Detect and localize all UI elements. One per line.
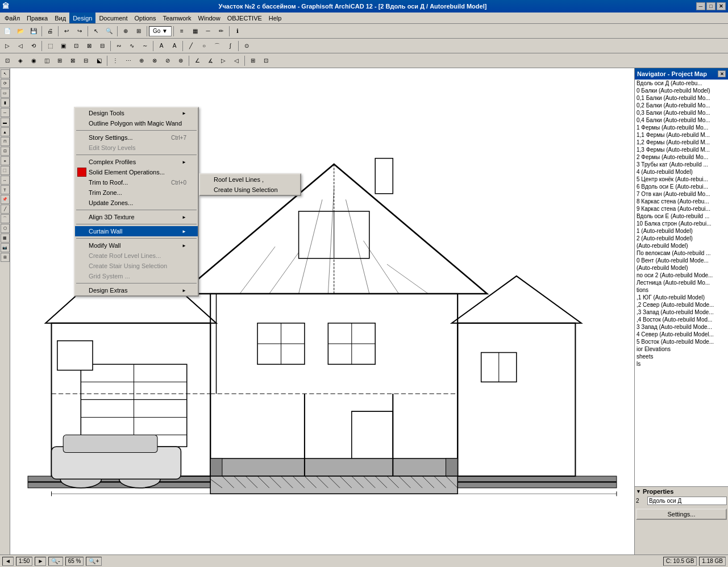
menu-design-extras[interactable]: Design Extras ► [75, 285, 198, 295]
tb3-5[interactable]: ⊞ [53, 55, 66, 67]
tb2-9[interactable]: ∾ [113, 40, 125, 52]
ltb-slab[interactable]: ▬ [1, 118, 10, 127]
ltb-door[interactable]: ⊓ [1, 137, 10, 146]
new-btn[interactable]: 📄 [1, 25, 14, 37]
navigator-list[interactable]: Вдоль оси Д (Auto-rebu...0 Балки (Auto-r… [635, 80, 728, 486]
ltb-window[interactable]: ⊡ [1, 147, 10, 156]
line-btn[interactable]: ─ [202, 25, 214, 37]
minimize-button[interactable]: ─ [696, 2, 705, 10]
tb2-17[interactable]: ∫ [224, 40, 236, 52]
tb3-19[interactable]: ⊞ [247, 55, 259, 67]
pen-btn[interactable]: ✏ [215, 25, 227, 37]
ltb-beam[interactable]: ─ [1, 108, 10, 117]
tb2-11[interactable]: ∼ [139, 40, 151, 52]
tb2-1[interactable]: ▷ [1, 40, 14, 52]
snap-btn[interactable]: ⊕ [119, 25, 132, 37]
tb3-3[interactable]: ◉ [27, 55, 40, 67]
tb2-5[interactable]: ▣ [57, 40, 69, 52]
tb3-1[interactable]: ⊡ [1, 55, 14, 67]
menu-complex-profiles[interactable]: Complex Profiles ► [75, 157, 198, 167]
ltb-wall[interactable]: ▭ [1, 89, 10, 98]
tb3-18[interactable]: ◁ [230, 55, 243, 67]
ltb-camera[interactable]: 📷 [1, 243, 10, 252]
nav-item[interactable]: 7 Отв кан (Auto-rebuild Mo... [635, 190, 728, 198]
menu-align-3d[interactable]: Align 3D Texture ► [75, 212, 198, 222]
tb2-14[interactable]: ╱ [185, 40, 197, 52]
menu-design[interactable]: Design [69, 12, 95, 23]
nav-item[interactable]: 9 Каркас стена (Auto-rebui... [635, 205, 728, 212]
open-btn[interactable]: 📂 [14, 25, 27, 37]
ltb-label[interactable]: 📌 [1, 195, 10, 204]
tb3-17[interactable]: ▷ [217, 55, 230, 67]
nav-item[interactable]: 4 Север (Auto-rebuild Model... [635, 331, 728, 338]
nav-item[interactable]: 1,1 Фермы (Auto-rebuild M... [635, 131, 728, 139]
ltb-fill[interactable]: ▦ [1, 234, 10, 243]
tb3-7[interactable]: ⊟ [80, 55, 92, 67]
nav-item[interactable]: (Auto-rebuild Model) [635, 242, 728, 249]
menu-window[interactable]: Window [195, 12, 224, 23]
submenu-roof-level-lines[interactable]: Roof Level Lines , [200, 174, 300, 185]
ltb-stair[interactable]: ≡ [1, 156, 10, 165]
ltb-arc[interactable]: ⌒ [1, 214, 10, 223]
maximize-button[interactable]: □ [706, 2, 715, 10]
menu-teamwork[interactable]: Teamwork [159, 12, 194, 23]
menu-trim-zone[interactable]: Trim Zone... [75, 187, 198, 198]
info-btn[interactable]: ℹ [231, 25, 244, 37]
ltb-arrow[interactable]: ↖ [1, 69, 10, 78]
select-btn[interactable]: ↖ [90, 25, 102, 37]
tb2-2[interactable]: ◁ [14, 40, 27, 52]
nav-item[interactable]: 3 Запад (Auto-rebuild Mode... [635, 323, 728, 331]
nav-item[interactable]: 2 Фермы (Auto-rebuild Mo... [635, 153, 728, 161]
nav-item[interactable]: tions [635, 286, 728, 294]
tb2-15[interactable]: ○ [198, 40, 210, 52]
tb2-4[interactable]: ⬚ [44, 40, 56, 52]
nav-item[interactable]: ls [635, 360, 728, 368]
tb3-20[interactable]: ⊡ [260, 55, 272, 67]
nav-item[interactable]: 5 Восток (Auto-rebuild Mode... [635, 338, 728, 345]
ltb-zone[interactable]: ⬚ [1, 166, 10, 175]
menu-file[interactable]: Файл [1, 12, 23, 23]
tb2-18[interactable]: ⊙ [240, 40, 253, 52]
nav-item[interactable]: 1,3 Фермы (Auto-rebuild M... [635, 146, 728, 153]
nav-item[interactable]: 1,2 Фермы (Auto-rebuild M... [635, 139, 728, 146]
menu-curtain-wall[interactable]: Curtain Wall ► [75, 226, 198, 236]
nav-item[interactable]: ior Elevations [635, 345, 728, 353]
grid-btn[interactable]: ⊞ [132, 25, 145, 37]
tb2-10[interactable]: ∿ [126, 40, 138, 52]
tb3-15[interactable]: ∠ [191, 55, 203, 67]
submenu-create-using-selection[interactable]: Create Using Selection [200, 185, 300, 195]
print-btn[interactable]: 🖨 [44, 25, 56, 37]
nav-item[interactable]: ,2 Север (Auto-rebuild Mode... [635, 301, 728, 308]
nav-item[interactable]: 1 (Auto-rebuild Model) [635, 227, 728, 235]
menu-document[interactable]: Document [95, 12, 131, 23]
menu-view[interactable]: Вид [51, 12, 69, 23]
status-nav-next[interactable]: ► [35, 557, 46, 566]
ltb-column[interactable]: ▮ [1, 98, 10, 107]
nav-item[interactable]: Вдоль оси Е (Auto-rebuild ... [635, 212, 728, 220]
settings-button[interactable]: Settings... [636, 508, 727, 520]
nav-item[interactable]: 8 Каркас стена (Auto-rebu... [635, 198, 728, 205]
tb3-14[interactable]: ⊛ [174, 55, 187, 67]
tb3-2[interactable]: ◈ [14, 55, 27, 67]
status-zoom-in[interactable]: 🔍+ [86, 557, 102, 566]
tb2-3[interactable]: ⟲ [27, 40, 40, 52]
nav-item[interactable]: 1 Фермы (Auto-rebuild Mo... [635, 124, 728, 131]
menu-objective[interactable]: OBJECTIVE [224, 12, 265, 23]
ltb-poly[interactable]: ⬡ [1, 224, 10, 233]
tb3-9[interactable]: ⋮ [109, 55, 122, 67]
ltb-obj[interactable]: ⊞ [1, 253, 10, 262]
menu-edit[interactable]: Правка [23, 12, 51, 23]
ltb-text[interactable]: T [1, 185, 10, 194]
prop-value-input[interactable] [647, 497, 727, 505]
layer-btn[interactable]: ≡ [176, 25, 188, 37]
menu-story-settings[interactable]: Story Settings... Ctrl+7 [75, 132, 198, 143]
nav-item[interactable]: По велоксам (Auto-rebuild ... [635, 249, 728, 257]
nav-item[interactable]: sheets [635, 353, 728, 360]
nav-item[interactable]: 3 Трубы кат (Auto-rebuild ... [635, 161, 728, 168]
tb2-7[interactable]: ⊠ [83, 40, 95, 52]
status-zoom-out[interactable]: 🔍- [48, 557, 63, 566]
tb3-13[interactable]: ⊘ [161, 55, 174, 67]
menu-help[interactable]: Help [265, 12, 285, 23]
nav-item[interactable]: 0,3 Балки (Auto-rebuild Mo... [635, 109, 728, 116]
menu-modify-wall[interactable]: Modify Wall ► [75, 240, 198, 251]
